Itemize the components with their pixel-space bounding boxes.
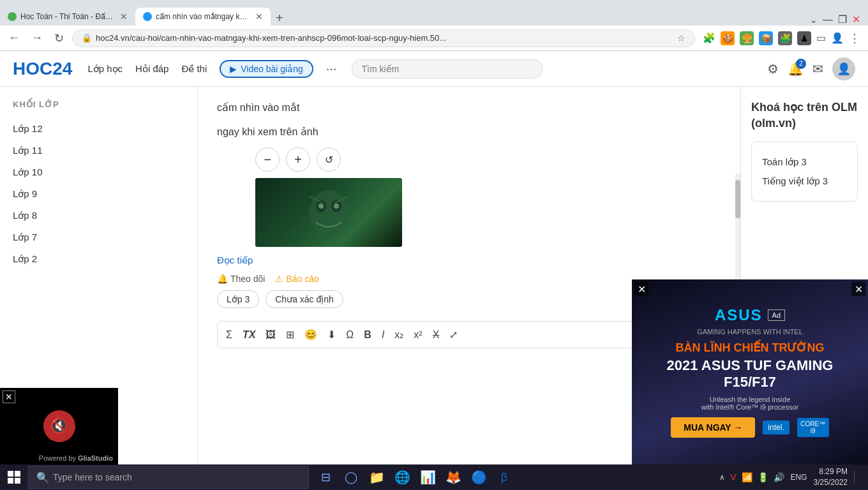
nav-more[interactable]: ···: [326, 61, 337, 76]
scroll-thumb[interactable]: [735, 180, 740, 218]
taskbar-search-text: Type here to search: [53, 472, 132, 482]
zoom-out-button[interactable]: −: [255, 147, 280, 172]
ext-app2[interactable]: 📦: [759, 31, 773, 45]
video-close-button[interactable]: ✕: [3, 390, 15, 403]
taskbar-app-edge[interactable]: 🌐: [391, 466, 414, 489]
ad-close-x[interactable]: ✕: [634, 282, 648, 296]
editor-upload[interactable]: ⬇: [324, 327, 339, 343]
editor-italic[interactable]: I: [378, 327, 387, 343]
read-more-link[interactable]: Đọc tiếp: [217, 255, 721, 266]
mail-button[interactable]: ✉: [812, 61, 823, 77]
warning-icon: ⚠: [275, 274, 283, 284]
taskbar-app-cortana[interactable]: ◯: [340, 466, 363, 489]
taskbar-app-excel[interactable]: 📊: [416, 466, 439, 489]
ext-cookie[interactable]: 🍪: [721, 31, 735, 45]
time-block[interactable]: 8:29 PM 3/25/2022: [814, 466, 848, 488]
ext-user[interactable]: ♟: [797, 31, 811, 45]
editor-omega[interactable]: Ω: [343, 327, 357, 343]
bookmark-icon[interactable]: ☆: [677, 33, 685, 43]
wifi-icon[interactable]: 📶: [742, 472, 752, 482]
forward-button[interactable]: →: [28, 30, 46, 46]
maximize-button[interactable]: ❐: [838, 13, 847, 26]
taskbar-app-chrome[interactable]: 🔵: [467, 466, 490, 489]
ad-ad-label: Ad: [768, 309, 785, 321]
windows-icon: [8, 471, 20, 484]
user-avatar[interactable]: 👤: [832, 57, 855, 80]
search-input[interactable]: [352, 59, 543, 78]
volume-icon[interactable]: 🔊: [774, 472, 784, 482]
ext-app3[interactable]: 🧩: [778, 31, 792, 45]
close-window-button[interactable]: ✕: [852, 13, 860, 26]
course-item-0[interactable]: Toán lớp 3: [762, 152, 847, 172]
editor-bold[interactable]: B: [361, 327, 375, 343]
taskbar-app-chrome-beta[interactable]: β: [493, 466, 516, 489]
ad-dismiss[interactable]: ✕: [851, 282, 865, 296]
ad-headline: 2021 ASUS TUF GAMING F15/F17: [642, 357, 858, 391]
ext-app1[interactable]: 🍔: [740, 31, 754, 45]
nav-de-thi[interactable]: Đề thi: [181, 63, 207, 75]
reload-button[interactable]: ↻: [51, 30, 67, 47]
editor-emoji[interactable]: 😊: [301, 327, 320, 343]
sidebar-toggle-icon[interactable]: ▭: [816, 32, 826, 44]
sidebar-item-lop9[interactable]: Lớp 9: [13, 183, 184, 205]
tab-list-icon[interactable]: ⌄: [810, 15, 818, 25]
reset-zoom-button[interactable]: ↺: [317, 147, 341, 172]
editor-subscript[interactable]: x₂: [391, 327, 407, 343]
notification-badge: 2: [796, 59, 806, 69]
taskbar-search[interactable]: 🔍 Type here to search: [28, 466, 309, 489]
tag-chua-xac-dinh[interactable]: Chưa xác định: [266, 290, 343, 308]
report-button[interactable]: ⚠ Báo cáo: [275, 274, 318, 284]
antivirus-icon[interactable]: V: [730, 472, 736, 482]
new-tab-button[interactable]: +: [271, 11, 288, 26]
notification-button[interactable]: 🔔 2: [788, 61, 804, 77]
editor-superscript[interactable]: x²: [410, 327, 425, 343]
taskbar-app-files[interactable]: 📁: [365, 466, 388, 489]
powered-by: Powered by GliaStudio: [39, 454, 113, 462]
follow-button[interactable]: 🔔 Theo dõi: [217, 274, 265, 284]
nav-hoi-dap[interactable]: Hỏi đáp: [135, 63, 168, 75]
taskbar: 🔍 Type here to search ⊟ ◯ 📁 🌐 📊 🦊: [0, 464, 868, 490]
editor-sigma[interactable]: Σ: [223, 327, 236, 343]
editor-image[interactable]: 🖼: [262, 327, 279, 343]
minimize-button[interactable]: —: [823, 14, 833, 26]
site-logo[interactable]: HOC24: [13, 59, 72, 79]
editor-table[interactable]: ⊞: [283, 327, 297, 343]
back-button[interactable]: ←: [5, 30, 23, 46]
address-bar[interactable]: 🔒 hoc24.vn/cau-hoi/cam-nhin-vao-matngay-…: [72, 29, 695, 47]
tab1-close[interactable]: ✕: [120, 11, 128, 22]
settings-button[interactable]: ⚙: [767, 61, 779, 77]
mute-button[interactable]: 🔇: [43, 410, 75, 442]
sidebar-item-lop2[interactable]: Lớp 2: [13, 248, 184, 270]
zoom-in-button[interactable]: +: [286, 147, 310, 172]
sidebar-item-lop12[interactable]: Lớp 12: [13, 118, 184, 140]
taskbar-right: ∧ V 📶 🔋 🔊 ENG 8:29 PM 3/25/2022: [719, 466, 868, 488]
editor-strikethrough[interactable]: X: [430, 327, 443, 343]
language-indicator[interactable]: ENG: [791, 473, 807, 482]
profile-icon[interactable]: 👤: [831, 32, 844, 44]
sidebar-item-lop10[interactable]: Lớp 10: [13, 161, 184, 183]
right-sidebar-title: Khoá học trên OLM (olm.vn): [751, 100, 858, 131]
battery-icon[interactable]: 🔋: [758, 472, 768, 482]
sidebar-item-lop7[interactable]: Lớp 7: [13, 226, 184, 248]
editor-tx[interactable]: TX: [239, 327, 258, 343]
sidebar-item-lop8[interactable]: Lớp 8: [13, 205, 184, 226]
browser-tab-1[interactable]: Hoc Toán - Thi Toán - Đấu trường... ✕: [0, 8, 135, 26]
tab2-close[interactable]: ✕: [255, 11, 263, 22]
browser-tab-2[interactable]: cấm nhìn vào mắtngay khi xem t... ✕: [135, 8, 271, 26]
ad-cta-button[interactable]: MUA NGAY →: [671, 417, 755, 438]
start-button[interactable]: [0, 464, 28, 490]
taskbar-app-task-view[interactable]: ⊟: [314, 466, 337, 489]
nav-video[interactable]: ▶ Video bài giảng: [220, 60, 313, 78]
taskbar-app-firefox[interactable]: 🦊: [442, 466, 465, 489]
tray-up-arrow[interactable]: ∧: [719, 473, 725, 482]
taskbar-search-icon: 🔍: [36, 471, 49, 484]
sidebar-item-lop11[interactable]: Lớp 11: [13, 140, 184, 161]
tag-lop3[interactable]: Lớp 3: [217, 290, 259, 308]
nav-lop-hoc[interactable]: Lớp học: [87, 63, 123, 75]
extensions-icon[interactable]: 🧩: [703, 32, 715, 44]
ad-overlay: ✕ ✕ ASUS Ad GAMING HAPPENS WITH INTEL BÀ…: [632, 279, 868, 464]
menu-icon[interactable]: ⋮: [849, 31, 860, 45]
course-item-1[interactable]: Tiếng việt lớp 3: [762, 172, 847, 191]
editor-expand[interactable]: ⤢: [446, 327, 461, 343]
show-desktop[interactable]: [854, 471, 859, 484]
